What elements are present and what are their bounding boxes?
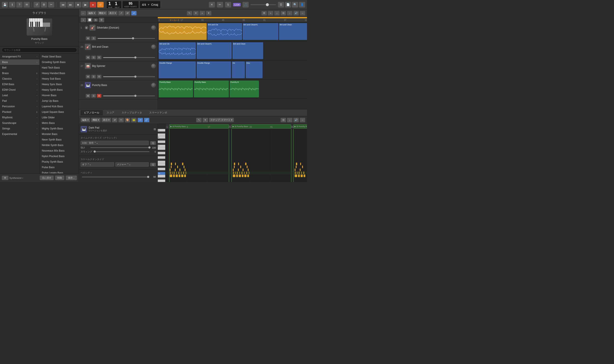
track-pan-knob[interactable] — [151, 25, 156, 30]
clip-silverlake-main[interactable] — [159, 23, 207, 40]
note[interactable] — [183, 166, 184, 168]
category-percussion[interactable]: Percussion › — [0, 104, 40, 109]
category-pad[interactable]: Pad › — [0, 98, 40, 104]
pr-function-dropdown[interactable]: 機能 ▾ — [91, 118, 101, 122]
note[interactable] — [240, 166, 241, 168]
function-dropdown[interactable]: 機能 ▾ — [98, 11, 107, 15]
strength-slider[interactable] — [90, 147, 150, 148]
note[interactable] — [236, 175, 238, 177]
strength-thumb[interactable] — [148, 146, 151, 149]
save-button[interactable]: 💾 — [2, 2, 8, 8]
cursor-dropdown[interactable]: ▾ — [193, 11, 199, 15]
record-button[interactable]: R — [97, 56, 101, 59]
pitch-btn[interactable]: ↑ — [287, 11, 293, 15]
close-transport-button[interactable]: ✕ — [209, 2, 215, 8]
clip-brit-clean[interactable]: Brit and Cle — [207, 23, 242, 40]
forward-button[interactable]: ⏭ — [67, 2, 74, 8]
mute-button[interactable]: M — [86, 75, 90, 78]
category-edm-chord[interactable]: EDM Chord › — [0, 87, 40, 93]
undo-button[interactable]: ↺ — [33, 2, 40, 8]
back-button[interactable]: ← — [81, 11, 86, 15]
category-bass[interactable]: Bass › — [0, 59, 40, 65]
scissors-button[interactable]: ✂ — [48, 2, 54, 8]
save-preset-button[interactable]: 保存... — [66, 175, 77, 180]
tab-step-editor[interactable]: ステップエディタ — [118, 110, 145, 115]
view-dropdown[interactable]: 表示 ▾ — [108, 11, 117, 15]
solo-button[interactable]: S — [91, 56, 96, 59]
category-experimental[interactable]: Experimental › — [0, 131, 40, 137]
help-button[interactable]: ? — [16, 2, 23, 8]
piano-key-d3[interactable] — [158, 141, 165, 143]
sound-monster[interactable]: Monster Bass — [40, 131, 79, 137]
track-lane-28[interactable]: Punchy Bass Punchy Bass — [158, 80, 307, 99]
pr-region-1[interactable]: ▶ ⊟ Punchy Bass — [169, 124, 229, 129]
pr-edit-dropdown[interactable]: 編集 ▾ — [81, 118, 90, 122]
category-edm-bass[interactable]: EDM Bass › — [0, 81, 40, 87]
zoom-fit-btn[interactable]: ⊟ — [280, 11, 286, 15]
sound-heavy-sub[interactable]: Heavy Sub Bass — [40, 76, 79, 81]
piano-key-f3[interactable] — [158, 133, 165, 136]
note[interactable] — [238, 169, 239, 171]
note[interactable] — [247, 166, 248, 168]
note[interactable] — [181, 175, 183, 177]
volume-thumb[interactable] — [134, 76, 137, 78]
sound-liquid-square[interactable]: Liquid Square Bass — [40, 109, 79, 115]
record-button[interactable]: ● — [90, 2, 96, 8]
mute-button[interactable]: M — [86, 36, 90, 40]
scale-q-button[interactable]: Q — [150, 163, 156, 167]
piano-key-c3[interactable]: C — [158, 145, 165, 147]
clip-punchy-3[interactable]: Punchy B — [230, 80, 259, 97]
sound-hard-tech[interactable]: Hard Tech Bass — [40, 65, 79, 70]
volume-thumb[interactable] — [134, 95, 137, 97]
sound-heavy-handed[interactable]: Heavy Handed Bass — [40, 70, 79, 76]
category-arrangement-fx[interactable]: Arrangement FX › — [0, 54, 40, 59]
note[interactable] — [300, 169, 301, 171]
tool1-button[interactable]: ↗ — [118, 11, 124, 15]
clip-dou[interactable]: Dou — [246, 61, 263, 78]
note[interactable] — [239, 175, 241, 177]
profile-button[interactable]: 👤 — [299, 2, 305, 8]
synthesizer-link[interactable]: Synthesizer › — [9, 177, 23, 179]
track-pan-knob[interactable] — [151, 44, 156, 49]
track-lane-1[interactable]: Brit and Cle Brit and Clean#1 — [158, 22, 307, 41]
volume-thumb[interactable] — [132, 37, 134, 39]
note[interactable] — [170, 169, 170, 171]
note[interactable] — [233, 175, 235, 177]
note[interactable] — [175, 163, 176, 165]
note[interactable] — [179, 175, 180, 177]
piano-key-bb2[interactable] — [158, 150, 165, 152]
note[interactable] — [185, 169, 185, 171]
tool3-button[interactable]: ⇌ — [131, 11, 137, 15]
category-strings[interactable]: Strings › — [0, 126, 40, 131]
solo-button[interactable]: S — [91, 94, 96, 98]
tab-score[interactable]: スコア — [103, 110, 118, 115]
note[interactable] — [182, 163, 183, 165]
volume-thumb[interactable] — [134, 56, 137, 59]
track-pan-knob[interactable] — [151, 83, 156, 88]
category-plucked[interactable]: Plucked ℹ — [0, 109, 40, 115]
edit-dropdown[interactable]: 編集 ▾ — [87, 11, 97, 15]
sound-growling[interactable]: Growling Synth Bass — [40, 59, 79, 65]
pr-vol-btn[interactable]: 🔊 — [293, 118, 299, 122]
rewind-button[interactable]: ⏮ — [60, 2, 67, 8]
note[interactable] — [245, 163, 246, 165]
note[interactable] — [180, 169, 180, 171]
track-lane-27[interactable]: Double Flange Double Flange Do — [158, 60, 307, 80]
note[interactable] — [171, 163, 172, 165]
piano-key-ab2[interactable] — [158, 154, 165, 156]
clip-brit-clean2[interactable]: Brit and Clean#1 — [243, 23, 279, 40]
track-volume-slider[interactable] — [98, 38, 155, 39]
track-settings-btn[interactable]: ⚙ — [99, 18, 104, 22]
cursor-button[interactable]: ↖ — [187, 11, 192, 15]
note[interactable] — [177, 166, 178, 168]
note[interactable] — [244, 175, 246, 177]
pr-cursor-dropdown[interactable]: ▾ — [203, 118, 208, 122]
sound-jump-up[interactable]: Jump Up Bass — [40, 98, 79, 104]
clip-brit-26-1[interactable]: Brit and Cle — [159, 42, 196, 59]
clip-do[interactable]: Do — [232, 61, 245, 78]
category-bell[interactable]: Bell — [0, 65, 40, 70]
piano-key-eb2[interactable] — [158, 166, 165, 168]
pr-emoji-btn[interactable]: 🐸 — [131, 118, 137, 122]
note[interactable] — [243, 169, 243, 171]
piano-key-g3[interactable]: G — [158, 129, 165, 131]
